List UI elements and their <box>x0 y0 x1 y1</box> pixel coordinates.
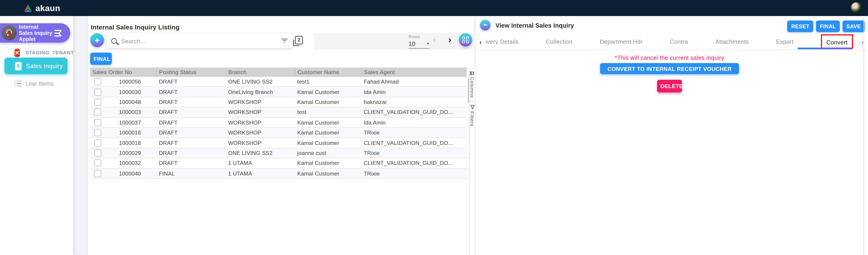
customer-name-cell: test1 <box>295 77 362 87</box>
sales-agent-cell: CLIENT_VALIDATION_GUID_DO... <box>362 138 467 148</box>
brand-name: akaun <box>35 3 60 13</box>
row-checkbox[interactable] <box>94 170 101 177</box>
row-checkbox[interactable] <box>94 78 101 85</box>
filters-tool-tab[interactable]: Filters <box>469 102 475 126</box>
rows-value: 10 <box>409 40 415 47</box>
sidebar-item-label: Sales Inquiry <box>26 63 63 69</box>
order-no-cell: 1000040 <box>108 168 157 179</box>
sales-agent-cell: haknazar <box>362 97 467 107</box>
customer-name-cell: Kamal Customer <box>295 127 362 138</box>
detail-actions: RESET FINAL SAVE <box>787 21 865 32</box>
dual-pane-icon[interactable]: 2 <box>295 36 303 44</box>
col-header-sales-agent[interactable]: Sales Agent <box>362 67 467 77</box>
col-header-customer-name[interactable]: Customer Name <box>295 67 362 77</box>
table-row: 1000016DRAFTWORKSHOPKamal CustomerTRixie <box>90 127 467 138</box>
row-checkbox[interactable] <box>94 150 101 157</box>
table-row: 1000048DRAFTWORKSHOPKamal Customerhaknaz… <box>90 97 467 107</box>
sales-agent-cell: CLIENT_VALIDATION_GUID_DO... <box>362 107 467 117</box>
bullet-list-icon <box>14 81 22 87</box>
applet-title: Internal Sales Inquiry Applet <box>19 24 53 42</box>
sales-agent-cell: TRixie <box>362 127 467 138</box>
filter-funnel-icon <box>470 104 475 109</box>
tab-contra[interactable]: Contra <box>670 38 688 45</box>
row-checkbox[interactable] <box>94 119 101 126</box>
row-checkbox[interactable] <box>94 98 101 106</box>
sidebar-collapse-icon[interactable] <box>54 30 63 36</box>
cancel-warning-text: *This will cancel the current sales inqu… <box>615 54 724 61</box>
branch-cell: OneLiving Branch <box>226 87 295 97</box>
top-navbar: akaun <box>0 0 868 16</box>
row-checkbox[interactable] <box>94 129 101 136</box>
sales-agent-cell: TRixie <box>362 168 467 179</box>
final-filter-button[interactable]: FINAL <box>90 53 112 65</box>
order-no-cell: 1000056 <box>108 77 157 87</box>
tenant-label: STAGING_TENANT <box>25 50 74 55</box>
tab-department-hdr[interactable]: Department Hdr <box>600 38 643 45</box>
sales-agent-cell: Ida Amin <box>362 117 467 127</box>
posting-status-cell: DRAFT <box>157 107 226 117</box>
filter-list-icon[interactable] <box>281 38 287 43</box>
tabs-scroll-right[interactable]: › <box>862 38 864 46</box>
branch-cell: WORKSHOP <box>226 138 295 148</box>
save-button[interactable]: SAVE <box>843 21 865 32</box>
sidebar-item-sales-inquiry[interactable]: $ Sales Inquiry <box>4 58 68 74</box>
active-tab-underline <box>798 47 852 49</box>
col-header-branch[interactable]: Branch <box>226 67 295 77</box>
applet-header[interactable]: Internal Sales Inquiry Applet <box>0 23 70 43</box>
rows-per-page-select[interactable]: Rows 10 ▼ <box>409 34 430 49</box>
akaun-triangle-icon <box>23 4 33 12</box>
tenant-row[interactable]: STAGING_TENANT <box>0 47 73 58</box>
sales-agent-cell: Fahad Ahmad <box>362 77 467 87</box>
add-record-button[interactable]: + <box>90 33 104 47</box>
tab-delivery-details[interactable]: ivery Details <box>486 38 519 45</box>
back-button[interactable] <box>480 20 490 30</box>
tabs-scroll-left[interactable]: ‹ <box>479 38 482 46</box>
delete-button[interactable]: DELETE <box>657 80 682 92</box>
posting-status-cell: DRAFT <box>157 138 226 148</box>
table-header-row: Sales Order No Posting Status Branch Cus… <box>90 67 467 77</box>
customer-name-cell: Kamal Customer <box>295 97 362 107</box>
col-header-sales-order-no[interactable]: Sales Order No <box>90 67 157 77</box>
table-row: 1000056DRAFTONE LIVING SS2test1Fahad Ahm… <box>90 77 467 87</box>
user-avatar[interactable] <box>851 2 862 13</box>
posting-status-cell: DRAFT <box>157 117 226 127</box>
order-no-cell: 1000030 <box>108 87 157 97</box>
tenant-app-icon <box>14 49 20 57</box>
rows-label: Rows <box>409 34 430 39</box>
checkbox-cell <box>90 117 108 127</box>
table-row: 1000030DRAFTOneLiving BranchKamal Custom… <box>90 87 467 97</box>
grid-view-button[interactable] <box>459 33 472 46</box>
search-input[interactable] <box>120 37 281 44</box>
row-checkbox[interactable] <box>94 160 101 167</box>
sidebar-item-line-items[interactable]: Line Items <box>0 78 73 89</box>
tab-convert[interactable]: Convert <box>826 39 847 45</box>
search-icon <box>111 38 117 43</box>
checkbox-cell <box>90 168 108 179</box>
sales-agent-cell: TRixie <box>362 148 467 158</box>
table-row: 1000032DRAFT1 UTAMAKamal CustomerCLIENT_… <box>90 158 467 168</box>
posting-status-cell: DRAFT <box>157 148 226 158</box>
tab-attachments[interactable]: Attachments <box>715 38 749 45</box>
reset-button[interactable]: RESET <box>787 21 813 32</box>
columns-tool-tab[interactable]: Columns <box>469 69 475 98</box>
row-checkbox[interactable] <box>94 109 101 116</box>
branch-cell: 1 UTAMA <box>226 168 295 179</box>
posting-status-cell: DRAFT <box>157 127 226 138</box>
row-checkbox[interactable] <box>94 139 101 147</box>
sales-agent-cell: CLIENT_VALIDATION_GUID_DO... <box>362 158 467 168</box>
branch-cell: WORKSHOP <box>226 97 295 107</box>
tab-collection[interactable]: Collection <box>546 38 572 45</box>
order-no-cell: 1000032 <box>108 158 157 168</box>
pagination-prev-button[interactable]: ‹ <box>433 35 436 45</box>
columns-tool-label: Columns <box>469 77 475 98</box>
col-header-posting-status[interactable]: Posting Status <box>157 67 226 77</box>
final-button[interactable]: FINAL <box>816 21 840 32</box>
convert-to-receipt-voucher-button[interactable]: CONVERT TO INTERNAL RECEIPT VOUCHER <box>600 63 739 74</box>
tab-export[interactable]: Export <box>776 38 794 45</box>
detail-title: View Internal Sales Inquiry <box>495 22 574 29</box>
order-no-cell: 1000029 <box>108 148 157 158</box>
pagination-next-button[interactable]: › <box>448 35 452 45</box>
chevron-down-icon: ▼ <box>426 42 430 45</box>
listing-panel: Internal Sales Inquiry Listing + 2 Rows … <box>88 16 474 255</box>
row-checkbox[interactable] <box>94 88 101 96</box>
